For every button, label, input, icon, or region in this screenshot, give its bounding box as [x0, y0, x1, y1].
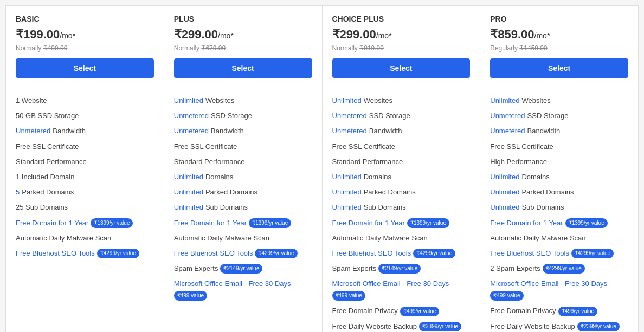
feature-item: Unmetered SSD Storage — [174, 111, 312, 121]
feature-item: High Performance — [490, 157, 628, 167]
feature-badge: ₹2399/yr value — [577, 322, 620, 331]
feature-highlight: Unmetered — [332, 126, 367, 136]
feature-item: Free Bluehost SEO Tools₹4299/yr value — [490, 249, 628, 258]
feature-text: 1 Included Domain — [16, 172, 74, 182]
feature-highlight: Unlimited — [332, 187, 362, 197]
feature-item: Free Daily Website Backup₹2399/yr value — [332, 322, 471, 331]
feature-item: 2 Spam Experts₹4299/yr value — [490, 264, 628, 274]
feature-item: Unlimited Websites — [490, 96, 628, 106]
feature-highlight: Unmetered — [332, 111, 367, 121]
plan-price-plus: ₹299.00/mo* — [174, 25, 312, 42]
plan-name-plus: PLUS — [174, 15, 312, 23]
feature-item: Free SSL Certificate — [16, 142, 154, 152]
feature-item: Free Domain Privacy₹499/yr value — [490, 306, 628, 316]
feature-text: Sub Domains — [205, 203, 248, 212]
plan-name-pro: PRO — [490, 15, 628, 23]
feature-badge: ₹4299/yr value — [97, 249, 139, 258]
plan-normally-pro: Regularly ₹1459.00 — [490, 44, 628, 52]
feature-badge: ₹499/yr value — [558, 307, 597, 316]
feature-item: Unlimited Domains — [332, 172, 471, 182]
feature-item: Free Domain Privacy₹499/yr value — [332, 306, 471, 316]
feature-text: Standard Performance — [174, 157, 245, 167]
feature-item: Free Bluehost SEO Tools₹4299/yr value — [16, 249, 154, 258]
feature-highlight: Unlimited — [332, 96, 362, 106]
feature-text: Parked Domains — [205, 187, 257, 197]
feature-highlight: Free Domain for 1 Year — [490, 218, 563, 228]
feature-badge: ₹1399/yr value — [565, 218, 608, 228]
feature-list-pro: Unlimited WebsitesUnmetered SSD StorageU… — [490, 96, 628, 332]
plan-col-basic: BASIC₹199.00/mo*Normally ₹499.00Select1 … — [6, 6, 164, 332]
feature-text: SSD Storage — [211, 111, 252, 121]
feature-text: Parked Domains — [364, 187, 416, 197]
feature-item: Unmetered Bandwidth — [16, 126, 154, 136]
plans-container: BASIC₹199.00/mo*Normally ₹499.00Select1 … — [5, 5, 639, 332]
feature-text: Parked Domains — [22, 187, 74, 197]
feature-highlight: Unlimited — [332, 172, 362, 182]
feature-text: 50 GB SSD Storage — [16, 111, 79, 121]
feature-item: Unmetered Bandwidth — [332, 126, 471, 136]
feature-badge: ₹4299/yr value — [543, 264, 585, 274]
feature-item: Automatic Daily Malware Scan — [174, 233, 312, 243]
plan-normally-plus: Normally ₹679.00 — [174, 44, 312, 52]
select-button-plus[interactable]: Select — [174, 58, 312, 78]
feature-highlight: Free Bluehost SEO Tools — [332, 249, 411, 258]
feature-highlight: Free Bluehost SEO Tools — [174, 249, 253, 258]
feature-text: Standard Performance — [16, 157, 87, 167]
feature-highlight: Unlimited — [174, 96, 203, 106]
feature-text: Spam Experts — [332, 264, 377, 274]
feature-item: Unlimited Websites — [174, 96, 312, 106]
feature-badge: ₹499 value — [490, 291, 523, 301]
feature-item: Automatic Daily Malware Scan — [490, 233, 628, 243]
feature-badge: ₹1399/yr value — [249, 218, 291, 228]
feature-text: Automatic Daily Malware Scan — [16, 233, 111, 243]
select-button-choice-plus[interactable]: Select — [332, 58, 471, 78]
feature-item: Standard Performance — [332, 157, 471, 167]
feature-text: Bandwidth — [369, 126, 402, 136]
feature-badge: ₹1399/yr value — [91, 218, 133, 228]
feature-item: Spam Experts₹2149/yr value — [174, 264, 312, 274]
feature-text: Free Daily Website Backup — [490, 322, 575, 331]
feature-item: Free Daily Website Backup₹2399/yr value — [490, 322, 628, 331]
feature-text: Free Domain Privacy — [332, 306, 398, 316]
divider — [16, 88, 154, 88]
feature-text: Bandwidth — [211, 126, 244, 136]
feature-text: Automatic Daily Malware Scan — [174, 233, 269, 243]
plan-currency: ₹859.00 — [490, 28, 534, 41]
feature-text: 1 Website — [16, 96, 47, 106]
feature-highlight: Unlimited — [490, 187, 519, 197]
feature-text: Free Daily Website Backup — [332, 322, 417, 331]
feature-item: Unlimited Parked Domains — [332, 187, 471, 197]
divider — [490, 88, 628, 88]
feature-badge: ₹2149/yr value — [220, 264, 262, 274]
feature-item: Spam Experts₹2149/yr value — [332, 264, 471, 274]
select-button-pro[interactable]: Select — [490, 58, 628, 78]
feature-text: Domains — [205, 172, 233, 182]
feature-badge: ₹499 value — [332, 291, 365, 301]
plan-currency: ₹299.00 — [174, 28, 218, 41]
feature-highlight: Free Domain for 1 Year — [332, 218, 405, 228]
feature-item: Unmetered Bandwidth — [490, 126, 628, 136]
feature-text: Domains — [521, 172, 549, 182]
plan-normally-choice-plus: Normally ₹919.00 — [332, 44, 471, 52]
feature-text: 25 Sub Domains — [16, 203, 68, 212]
feature-text: Sub Domains — [364, 203, 406, 212]
plan-col-plus: PLUS₹299.00/mo*Normally ₹679.00SelectUnl… — [164, 6, 323, 332]
plan-name-choice-plus: CHOICE PLUS — [332, 15, 471, 23]
plan-per-mo: /mo* — [376, 31, 392, 40]
feature-highlight: Unmetered — [490, 126, 525, 136]
feature-highlight: Unmetered — [16, 126, 50, 136]
feature-highlight: Microsoft Office Email - Free 30 Days — [490, 279, 607, 289]
select-button-basic[interactable]: Select — [16, 58, 154, 78]
feature-highlight: Unlimited — [174, 172, 203, 182]
feature-item: Standard Performance — [16, 157, 154, 167]
feature-item: Free Domain for 1 Year₹1399/yr value — [16, 218, 154, 228]
feature-highlight: Free Bluehost SEO Tools — [490, 249, 569, 258]
feature-text: Free Domain Privacy — [490, 306, 556, 316]
feature-text: Spam Experts — [174, 264, 218, 274]
plan-col-pro: PRO₹859.00/mo*Regularly ₹1459.00SelectUn… — [480, 6, 638, 332]
feature-highlight: Free Domain for 1 Year — [174, 218, 247, 228]
feature-list-basic: 1 Website50 GB SSD StorageUnmetered Band… — [16, 96, 154, 258]
plan-original-price: ₹499.00 — [43, 44, 68, 52]
plan-currency: ₹199.00 — [16, 28, 60, 41]
feature-highlight: Unlimited — [332, 203, 362, 212]
